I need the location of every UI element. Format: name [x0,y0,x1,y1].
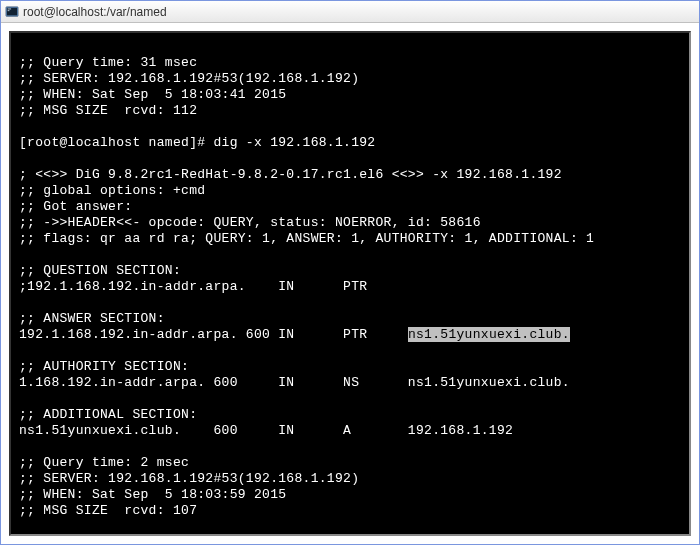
terminal-line: 192.1.168.192.in-addr.arpa. 600 IN PTR n… [19,327,681,343]
terminal-line [19,39,681,55]
terminal-prompt[interactable]: [root@localhost named]# [19,535,681,536]
terminal-line: ;; SERVER: 192.168.1.192#53(192.168.1.19… [19,71,681,87]
selected-text: ns1.51yunxuexi.club. [408,327,570,342]
terminal-line [19,247,681,263]
terminal-line: ;; Query time: 2 msec [19,455,681,471]
terminal-line: ;; AUTHORITY SECTION: [19,359,681,375]
terminal-line: ;; global options: +cmd [19,183,681,199]
terminal-window: root@localhost:/var/named ;; Query time:… [0,0,700,545]
terminal-line: ;; QUESTION SECTION: [19,263,681,279]
terminal-line: ;; ANSWER SECTION: [19,311,681,327]
svg-rect-3 [8,10,10,11]
terminal-line [19,295,681,311]
terminal-line: ;; ->>HEADER<<- opcode: QUERY, status: N… [19,215,681,231]
terminal-line: ;; WHEN: Sat Sep 5 18:03:59 2015 [19,487,681,503]
terminal-line: ;; flags: qr aa rd ra; QUERY: 1, ANSWER:… [19,231,681,247]
terminal-line: ;; WHEN: Sat Sep 5 18:03:41 2015 [19,87,681,103]
terminal-line: ;; Got answer: [19,199,681,215]
terminal-line [19,119,681,135]
terminal-line: ;; SERVER: 192.168.1.192#53(192.168.1.19… [19,471,681,487]
terminal-line: ;192.1.168.192.in-addr.arpa. IN PTR [19,279,681,295]
terminal-line: [root@localhost named]# dig -x 192.168.1… [19,135,681,151]
terminal-line: 1.168.192.in-addr.arpa. 600 IN NS ns1.51… [19,375,681,391]
terminal-line: ns1.51yunxuexi.club. 600 IN A 192.168.1.… [19,423,681,439]
terminal-line [19,151,681,167]
terminal-line: ;; MSG SIZE rcvd: 112 [19,103,681,119]
window-titlebar[interactable]: root@localhost:/var/named [1,1,699,23]
terminal-line [19,391,681,407]
terminal-line [19,519,681,535]
terminal-output[interactable]: ;; Query time: 31 msec;; SERVER: 192.168… [9,31,691,536]
svg-rect-2 [8,8,12,9]
terminal-line [19,439,681,455]
terminal-icon [5,5,19,19]
terminal-line: ;; MSG SIZE rcvd: 107 [19,503,681,519]
terminal-line: ;; ADDITIONAL SECTION: [19,407,681,423]
terminal-line: ;; Query time: 31 msec [19,55,681,71]
terminal-line [19,343,681,359]
window-title: root@localhost:/var/named [23,5,167,19]
terminal-line: ; <<>> DiG 9.8.2rc1-RedHat-9.8.2-0.17.rc… [19,167,681,183]
